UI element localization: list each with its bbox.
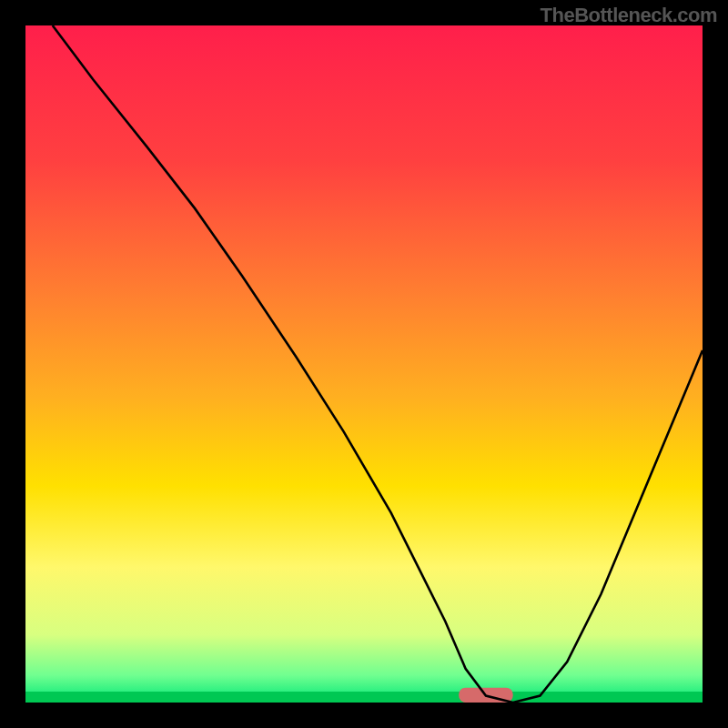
gradient-background: [25, 25, 703, 703]
chart-frame: [25, 25, 703, 703]
chart-svg: [25, 25, 703, 703]
attribution-text: TheBottleneck.com: [541, 4, 717, 27]
plot-area: [25, 25, 703, 703]
